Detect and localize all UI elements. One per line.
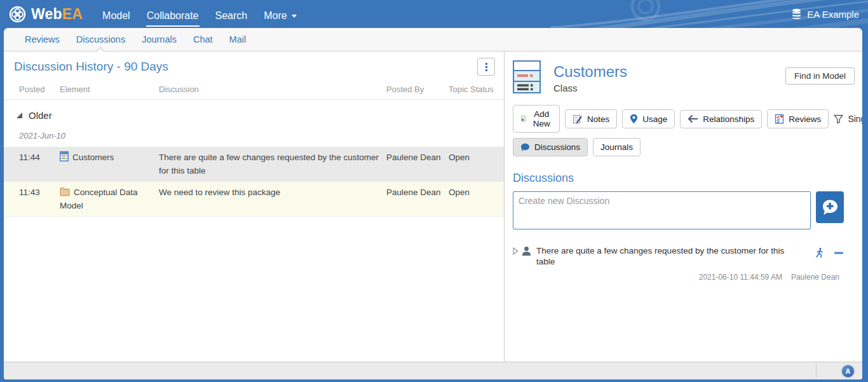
collaborate-subnav: Reviews Discussions Journals Chat Mail (4, 28, 862, 51)
history-options-button[interactable] (477, 58, 495, 76)
add-new-icon (520, 114, 527, 124)
add-new-button[interactable]: Add New (513, 105, 560, 133)
sparx-knot-icon (9, 6, 26, 23)
group-label: Older (29, 110, 52, 121)
menu-item-more[interactable]: More (263, 0, 297, 28)
webea-logo[interactable]: WebEA (9, 0, 83, 28)
database-icon (791, 8, 802, 20)
row-posted-time: 11:43 (19, 186, 60, 212)
table-row[interactable]: 11:43 Conceptual Data Model We need to r… (4, 182, 504, 217)
post-actions (815, 246, 843, 258)
notes-button[interactable]: Notes (565, 109, 617, 128)
single-filter-toggle[interactable]: Single (834, 114, 862, 124)
row-posted-by: Paulene Dean (386, 186, 449, 212)
row-topic-status: Open (449, 186, 504, 212)
element-type: Class (553, 83, 627, 93)
usage-button[interactable]: Usage (622, 109, 675, 128)
element-panel: Customers Class Find in Model (505, 51, 862, 362)
filter-funnel-icon (834, 114, 843, 124)
top-navbar: WebEA Model Collaborate Search More EA E… (0, 0, 868, 28)
walking-person-icon[interactable] (815, 247, 824, 258)
discussion-history-panel: Discussion History - 90 Days Posted Elem… (4, 51, 505, 362)
journals-button[interactable]: Journals (593, 138, 641, 156)
left-arrow-icon (688, 114, 698, 123)
expand-post-triangle-icon[interactable] (513, 247, 519, 255)
status-bar: A (4, 362, 862, 379)
row-element: Customers (60, 151, 159, 177)
find-in-model-button[interactable]: Find in Model (785, 67, 855, 85)
post-timestamp: 2021-06-10 11:44:59 AM (699, 273, 782, 282)
discussions-button[interactable]: Discussions (513, 138, 588, 156)
group-expanded-triangle-icon (17, 113, 22, 118)
webea-app: WebEA Model Collaborate Search More EA E… (0, 0, 868, 382)
chevron-down-icon (292, 15, 297, 18)
subnav-item-journals[interactable]: Journals (133, 28, 185, 51)
usage-pin-icon (630, 114, 638, 124)
row-element-name: Customers (72, 153, 114, 162)
reviews-checklist-icon (775, 114, 784, 124)
new-discussion-input[interactable] (513, 191, 811, 229)
history-panel-title: Discussion History - 90 Days (14, 60, 168, 74)
subnav-item-chat[interactable]: Chat (185, 28, 221, 51)
row-discussion-text: There are quite a few changes requested … (159, 151, 386, 177)
reviews-button[interactable]: Reviews (767, 109, 829, 128)
row-posted-by: Paulene Dean (386, 151, 449, 177)
discussion-bubble-icon (520, 143, 530, 152)
history-date-label: 2021-Jun-10 (4, 125, 504, 147)
content-frame: Reviews Discussions Journals Chat Mail D… (0, 28, 868, 382)
class-element-icon (513, 60, 541, 93)
status-bar-divider (816, 364, 817, 378)
element-titles: Customers Class (553, 60, 627, 93)
collapse-minus-icon[interactable] (834, 252, 843, 254)
row-element: Conceptual Data Model (60, 186, 159, 212)
row-posted-time: 11:44 (19, 151, 60, 177)
repository-name: EA Example (807, 9, 859, 20)
row-element-name: Conceptual Data Model (60, 188, 138, 210)
notes-icon (573, 114, 583, 124)
element-header: Customers Class Find in Model (513, 60, 858, 93)
relationships-button[interactable]: Relationships (680, 110, 762, 128)
person-icon (521, 246, 532, 256)
post-meta: 2021-06-10 11:44:59 AM Paulene Dean (513, 273, 858, 282)
history-group-older[interactable]: Older (4, 100, 504, 125)
compose-discussion (513, 191, 858, 229)
column-element: Element (60, 85, 159, 94)
repository-selector[interactable]: EA Example (791, 0, 859, 28)
element-name: Customers (553, 63, 627, 81)
post-author: Paulene Dean (791, 273, 839, 282)
row-discussion-text: We need to review this package (159, 186, 386, 212)
subnav-item-mail[interactable]: Mail (221, 28, 255, 51)
post-text: There are quite a few changes requested … (536, 246, 797, 268)
class-table-icon (60, 151, 69, 161)
package-folder-icon (60, 188, 70, 196)
logo-text: WebEA (31, 6, 83, 23)
kebab-menu-icon (485, 63, 487, 71)
history-panel-header: Discussion History - 90 Days (4, 51, 504, 81)
subnav-item-reviews[interactable]: Reviews (17, 28, 68, 51)
row-topic-status: Open (449, 151, 504, 177)
post-discussion-button[interactable] (816, 191, 844, 223)
menu-item-model[interactable]: Model (102, 0, 131, 28)
main-split: Discussion History - 90 Days Posted Elem… (4, 51, 862, 362)
subnav-item-discussions[interactable]: Discussions (68, 28, 133, 51)
element-toolbar-row2: Discussions Journals (513, 138, 858, 156)
column-topic-status: Topic Status (449, 85, 504, 94)
sparx-badge-button[interactable]: A (842, 365, 854, 377)
content-area: Reviews Discussions Journals Chat Mail D… (4, 28, 862, 379)
column-discussion: Discussion (159, 85, 386, 94)
element-toolbar-row1: Add New Notes (513, 105, 858, 133)
menu-item-collaborate[interactable]: Collaborate (146, 0, 200, 28)
new-discussion-bubble-icon (821, 198, 839, 216)
discussions-heading: Discussions (513, 172, 858, 185)
column-posted: Posted (19, 85, 60, 94)
column-posted-by: Posted By (386, 85, 449, 94)
history-table-header: Posted Element Discussion Posted By Topi… (4, 81, 504, 100)
menu-item-search[interactable]: Search (215, 0, 248, 28)
main-menu: Model Collaborate Search More (94, 0, 305, 28)
discussion-post: There are quite a few changes requested … (513, 246, 858, 268)
table-row[interactable]: 11:44 Customers There are quite a few ch… (4, 147, 504, 182)
